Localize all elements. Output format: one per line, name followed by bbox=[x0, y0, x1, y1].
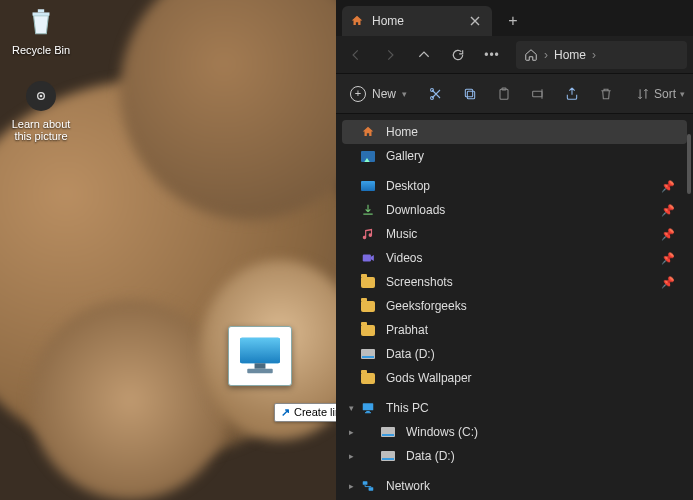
desktop-icon-recycle-bin[interactable]: Recycle Bin bbox=[6, 4, 76, 56]
svg-rect-10 bbox=[467, 91, 474, 98]
copy-icon bbox=[462, 86, 478, 102]
address-bar: ••• › Home › bbox=[336, 36, 693, 74]
pin-icon: 📌 bbox=[661, 228, 675, 241]
delete-button[interactable] bbox=[595, 83, 617, 105]
chevron-right-icon[interactable]: ▸ bbox=[346, 451, 356, 461]
nav-label: Geeksforgeeks bbox=[386, 299, 675, 313]
pin-icon: 📌 bbox=[661, 204, 675, 217]
svg-rect-0 bbox=[33, 12, 50, 15]
nav-item-home[interactable]: Home bbox=[342, 120, 687, 144]
scrollbar-thumb[interactable] bbox=[687, 134, 691, 194]
tab-close-button[interactable] bbox=[466, 12, 484, 30]
cut-icon bbox=[428, 86, 444, 102]
paste-icon bbox=[496, 86, 512, 102]
new-button-label: New bbox=[372, 87, 396, 101]
desktop-icon-label: Recycle Bin bbox=[6, 44, 76, 56]
nav-item-geeksforgeeks[interactable]: Geeksforgeeks bbox=[342, 294, 687, 318]
chevron-down-icon: ▾ bbox=[402, 89, 407, 99]
nav-item-data-d-drive[interactable]: ▸ Data (D:) bbox=[342, 444, 687, 468]
desktop-icon-learn-about-picture[interactable]: Learn about this picture bbox=[6, 78, 76, 142]
paste-button[interactable] bbox=[493, 83, 515, 105]
sort-icon bbox=[636, 87, 650, 101]
nav-label: Videos bbox=[386, 251, 651, 265]
chevron-down-icon[interactable]: ▾ bbox=[346, 403, 356, 413]
chevron-down-icon: ▾ bbox=[680, 89, 685, 99]
network-icon bbox=[360, 478, 376, 494]
drive-icon bbox=[380, 424, 396, 440]
nav-label: Home bbox=[386, 125, 675, 139]
plus-circle-icon: + bbox=[350, 86, 366, 102]
nav-label: Gallery bbox=[386, 149, 675, 163]
chevron-right-icon[interactable]: ▸ bbox=[346, 427, 356, 437]
file-explorer-window: Home + ••• › Home › + bbox=[336, 0, 693, 500]
nav-item-data-d[interactable]: Data (D:) bbox=[342, 342, 687, 366]
svg-rect-14 bbox=[533, 91, 542, 96]
nav-label: Data (D:) bbox=[386, 347, 675, 361]
nav-label: This PC bbox=[386, 401, 675, 415]
nav-label: Screenshots bbox=[386, 275, 651, 289]
home-icon bbox=[360, 124, 376, 140]
nav-item-gods-wallpaper[interactable]: Gods Wallpaper bbox=[342, 366, 687, 390]
cut-button[interactable] bbox=[425, 83, 447, 105]
arrow-left-icon bbox=[349, 48, 363, 62]
monitor-icon bbox=[238, 336, 282, 376]
svg-rect-1 bbox=[38, 9, 44, 12]
folder-icon bbox=[360, 322, 376, 338]
svg-rect-20 bbox=[369, 487, 374, 491]
nav-item-this-pc[interactable]: ▾ This PC bbox=[342, 396, 687, 420]
nav-item-videos[interactable]: Videos 📌 bbox=[342, 246, 687, 270]
nav-item-music[interactable]: Music 📌 bbox=[342, 222, 687, 246]
refresh-button[interactable] bbox=[444, 41, 472, 69]
pin-icon: 📌 bbox=[661, 276, 675, 289]
plus-icon: + bbox=[508, 12, 517, 30]
svg-rect-12 bbox=[500, 89, 508, 99]
home-outline-icon bbox=[524, 48, 538, 62]
svg-point-3 bbox=[40, 95, 43, 98]
share-button[interactable] bbox=[561, 83, 583, 105]
copy-button[interactable] bbox=[459, 83, 481, 105]
music-icon bbox=[360, 226, 376, 242]
new-tab-button[interactable]: + bbox=[498, 6, 528, 36]
rename-button[interactable] bbox=[527, 83, 549, 105]
drive-icon bbox=[380, 448, 396, 464]
nav-item-prabhat[interactable]: Prabhat bbox=[342, 318, 687, 342]
svg-rect-11 bbox=[465, 89, 472, 96]
breadcrumb-bar[interactable]: › Home › bbox=[516, 41, 687, 69]
svg-rect-18 bbox=[365, 412, 371, 413]
nav-item-network[interactable]: ▸ Network bbox=[342, 474, 687, 498]
chevron-right-icon: › bbox=[544, 48, 548, 62]
nav-forward-button[interactable] bbox=[376, 41, 404, 69]
nav-item-screenshots[interactable]: Screenshots 📌 bbox=[342, 270, 687, 294]
svg-rect-19 bbox=[363, 481, 368, 485]
nav-up-button[interactable] bbox=[410, 41, 438, 69]
svg-rect-7 bbox=[247, 369, 272, 374]
ellipsis-icon: ••• bbox=[484, 48, 500, 62]
nav-item-windows-c[interactable]: ▸ Windows (C:) bbox=[342, 420, 687, 444]
command-bar: + New ▾ Sort ▾ bbox=[336, 74, 693, 114]
nav-label: Gods Wallpaper bbox=[386, 371, 675, 385]
folder-icon bbox=[360, 298, 376, 314]
arrow-up-icon bbox=[417, 48, 431, 62]
navigation-pane: Home Gallery Desktop 📌 Downloads 📌 bbox=[336, 114, 693, 500]
desktop-viewport: Recycle Bin Learn about this picture ↗Cr… bbox=[0, 0, 693, 500]
nav-label: Downloads bbox=[386, 203, 651, 217]
more-button[interactable]: ••• bbox=[478, 41, 506, 69]
tab-bar: Home + bbox=[336, 0, 693, 36]
tab-home[interactable]: Home bbox=[342, 6, 492, 36]
close-icon bbox=[470, 16, 480, 26]
breadcrumb-item[interactable]: Home bbox=[554, 48, 586, 62]
sort-button[interactable]: Sort ▾ bbox=[636, 87, 685, 101]
folder-icon bbox=[360, 274, 376, 290]
nav-back-button[interactable] bbox=[342, 41, 370, 69]
pin-icon: 📌 bbox=[661, 180, 675, 193]
nav-item-desktop[interactable]: Desktop 📌 bbox=[342, 174, 687, 198]
nav-item-gallery[interactable]: Gallery bbox=[342, 144, 687, 168]
nav-item-downloads[interactable]: Downloads 📌 bbox=[342, 198, 687, 222]
svg-rect-15 bbox=[363, 255, 371, 262]
new-button[interactable]: + New ▾ bbox=[344, 82, 413, 106]
recycle-bin-icon bbox=[23, 4, 59, 40]
rename-icon bbox=[530, 86, 546, 102]
shortcut-arrow-icon: ↗ bbox=[281, 406, 290, 418]
wallpaper-blob bbox=[30, 300, 230, 500]
chevron-right-icon[interactable]: ▸ bbox=[346, 481, 356, 491]
